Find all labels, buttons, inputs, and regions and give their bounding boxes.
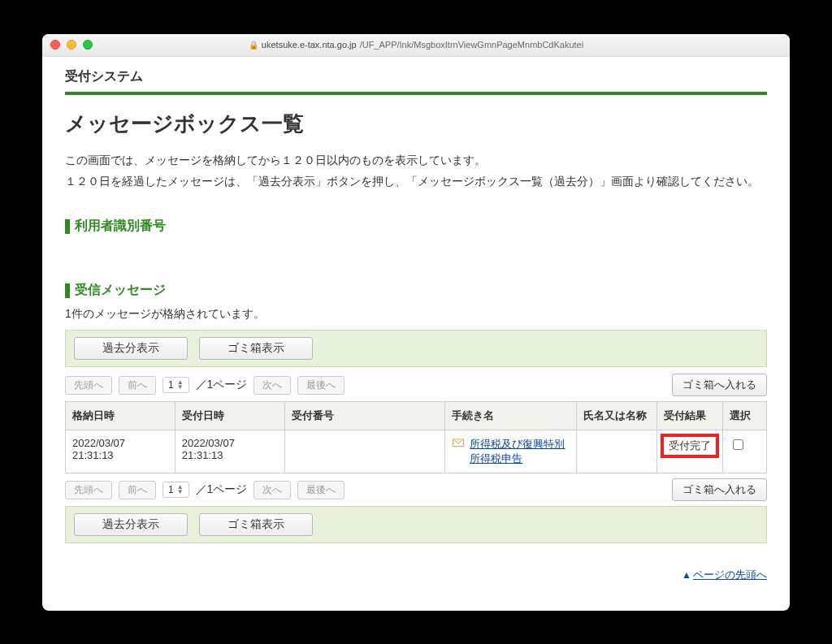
browser-window: 🔒 uketsuke.e-tax.nta.go.jp/UF_APP/Ink/Ms… xyxy=(42,34,790,611)
cell-name xyxy=(577,430,657,473)
section-bar-icon xyxy=(65,283,70,298)
th-procedure: 手続き名 xyxy=(445,402,577,430)
window-zoom-button[interactable] xyxy=(83,40,93,50)
to-trash-button[interactable]: ゴミ箱へ入れる xyxy=(672,374,767,396)
cell-procedure: 所得税及び復興特別所得税申告 xyxy=(445,430,577,473)
result-highlight: 受付完了 xyxy=(661,434,719,458)
url-host: uketsuke.e-tax.nta.go.jp xyxy=(262,40,357,50)
pager-page-select[interactable]: 1 ▲ ▼ xyxy=(162,377,189,393)
past-button[interactable]: 過去分表示 xyxy=(74,513,188,536)
inbox-status: 1件のメッセージが格納されています。 xyxy=(65,307,767,322)
description-line-2: １２０日を経過したメッセージは、「過去分表示」ボタンを押し、「メッセージボックス… xyxy=(65,172,767,190)
pager-first[interactable]: 先頭へ xyxy=(65,376,112,395)
to-trash-button[interactable]: ゴミ箱へ入れる xyxy=(672,478,767,501)
th-stored: 格納日時 xyxy=(66,402,176,430)
cell-select xyxy=(723,430,767,473)
address-bar[interactable]: 🔒 uketsuke.e-tax.nta.go.jp/UF_APP/Ink/Ms… xyxy=(249,40,583,50)
pager-prev[interactable]: 前へ xyxy=(119,376,156,395)
browser-titlebar: 🔒 uketsuke.e-tax.nta.go.jp/UF_APP/Ink/Ms… xyxy=(42,34,790,57)
cell-stored: 2022/03/07 21:31:13 xyxy=(66,430,176,473)
section-inbox-label: 受信メッセージ xyxy=(75,282,166,299)
pager-last[interactable]: 最後へ xyxy=(297,481,344,499)
chevron-down-icon: ▼ xyxy=(177,385,184,390)
section-user-id-label: 利用者識別番号 xyxy=(75,218,166,235)
back-to-top-link[interactable]: ページの先頭へ xyxy=(693,568,767,581)
page-footer: ▲ページの先頭へ xyxy=(65,568,767,582)
procedure-link[interactable]: 所得税及び復興特別所得税申告 xyxy=(470,437,570,466)
window-minimize-button[interactable] xyxy=(67,40,76,50)
page-title: メッセージボックス一覧 xyxy=(65,110,767,138)
section-bar-icon xyxy=(65,219,70,234)
trash-view-button[interactable]: ゴミ箱表示 xyxy=(199,337,313,360)
message-table: 格納日時 受付日時 受付番号 手続き名 氏名又は名称 受付結果 選択 2022/… xyxy=(65,401,767,473)
row-select-checkbox[interactable] xyxy=(733,439,743,450)
page-content: 受付システム メッセージボックス一覧 この画面では、メッセージを格納してから１２… xyxy=(42,57,790,611)
pager-total: ／1ページ xyxy=(196,482,248,497)
pager-next[interactable]: 次へ xyxy=(254,481,291,499)
window-close-button[interactable] xyxy=(50,40,60,50)
arrow-up-icon: ▲ xyxy=(682,569,691,581)
chevron-down-icon: ▼ xyxy=(177,490,184,495)
table-row: 2022/03/07 21:31:13 2022/03/07 21:31:13 … xyxy=(66,430,767,473)
pager-current-page: 1 xyxy=(168,379,174,391)
description-line-1: この画面では、メッセージを格納してから１２０日以内のものを表示しています。 xyxy=(65,151,767,169)
pager-current-page: 1 xyxy=(168,484,174,495)
toolbar-bottom: 過去分表示 ゴミ箱表示 xyxy=(65,506,767,543)
pager-top: 先頭へ 前へ 1 ▲ ▼ ／1ページ 次へ 最後へ ゴミ箱へ入れる xyxy=(65,374,767,396)
pager-next[interactable]: 次へ xyxy=(254,376,291,395)
envelope-icon xyxy=(452,437,465,451)
th-accepted: 受付日時 xyxy=(175,402,284,430)
pager-prev[interactable]: 前へ xyxy=(119,481,156,499)
pager-bottom: 先頭へ 前へ 1 ▲ ▼ ／1ページ 次へ 最後へ ゴミ箱へ入れる xyxy=(65,478,767,501)
trash-view-button[interactable]: ゴミ箱表示 xyxy=(199,513,313,536)
pager-last[interactable]: 最後へ xyxy=(297,376,344,395)
section-user-id: 利用者識別番号 xyxy=(65,218,767,235)
th-number: 受付番号 xyxy=(284,402,445,430)
th-result: 受付結果 xyxy=(657,402,723,430)
th-select: 選択 xyxy=(723,402,767,430)
pager-first[interactable]: 先頭へ xyxy=(65,481,112,499)
divider xyxy=(65,92,767,95)
past-button[interactable]: 過去分表示 xyxy=(74,337,188,360)
app-title: 受付システム xyxy=(65,68,767,92)
url-path: /UF_APP/Ink/MsgboxItrnViewGmnPageMnmbCdK… xyxy=(360,40,584,50)
cell-result: 受付完了 xyxy=(657,430,723,473)
cell-number xyxy=(284,430,445,473)
pager-total: ／1ページ xyxy=(196,378,248,392)
pager-page-select[interactable]: 1 ▲ ▼ xyxy=(162,482,189,498)
section-inbox: 受信メッセージ xyxy=(65,282,767,299)
cell-accepted: 2022/03/07 21:31:13 xyxy=(175,430,284,473)
th-name: 氏名又は名称 xyxy=(577,402,657,430)
toolbar-top: 過去分表示 ゴミ箱表示 xyxy=(65,330,767,367)
lock-icon: 🔒 xyxy=(249,41,258,50)
